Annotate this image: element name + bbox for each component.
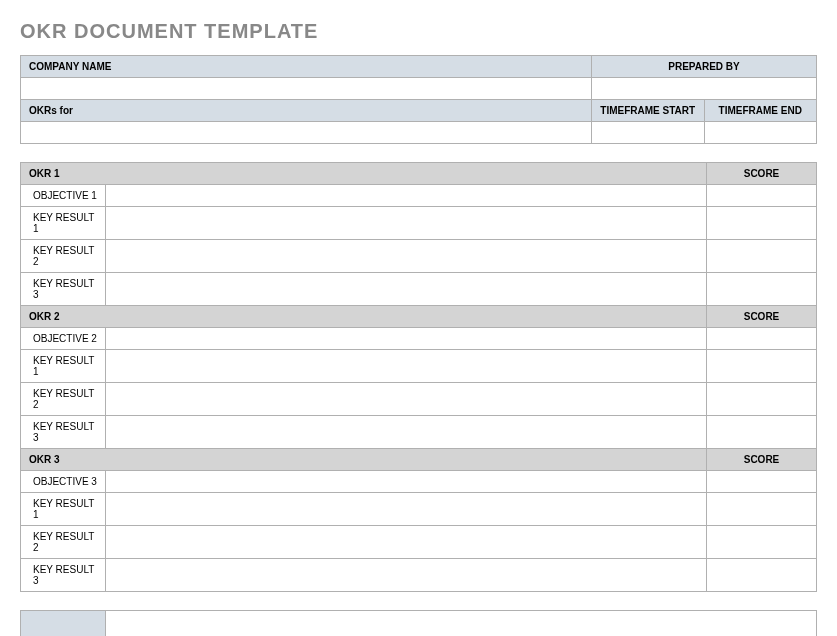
- okr3-objective-input[interactable]: [106, 471, 707, 493]
- okr1-kr3-label: KEY RESULT 3: [21, 273, 106, 306]
- okr2-kr1-score-input[interactable]: [707, 350, 817, 383]
- okr3-kr3-label: KEY RESULT 3: [21, 559, 106, 592]
- okr2-kr3-score-input[interactable]: [707, 416, 817, 449]
- okr3-kr2-input[interactable]: [106, 526, 707, 559]
- okr3-header: OKR 3: [21, 449, 707, 471]
- okr1-kr2-input[interactable]: [106, 240, 707, 273]
- okr3-score-label: SCORE: [707, 449, 817, 471]
- okr1-kr2-score-input[interactable]: [707, 240, 817, 273]
- okr3-kr2-label: KEY RESULT 2: [21, 526, 106, 559]
- okr-table: OKR 1 SCORE OBJECTIVE 1 KEY RESULT 1 KEY…: [20, 162, 817, 592]
- notes-table: ADDITIONAL NOTES: [20, 610, 817, 636]
- timeframe-start-label: TIMEFRAME START: [592, 100, 705, 122]
- okr2-objective-score-input[interactable]: [707, 328, 817, 350]
- prepared-by-label: PREPARED BY: [592, 56, 817, 78]
- company-name-input[interactable]: [21, 78, 592, 100]
- okr1-kr3-score-input[interactable]: [707, 273, 817, 306]
- timeframe-end-label: TIMEFRAME END: [704, 100, 817, 122]
- timeframe-end-input[interactable]: [704, 122, 817, 144]
- okr3-objective-label: OBJECTIVE 3: [21, 471, 106, 493]
- okr2-kr3-label: KEY RESULT 3: [21, 416, 106, 449]
- okr1-kr1-label: KEY RESULT 1: [21, 207, 106, 240]
- okr3-kr1-input[interactable]: [106, 493, 707, 526]
- okr2-kr3-input[interactable]: [106, 416, 707, 449]
- okr1-kr1-input[interactable]: [106, 207, 707, 240]
- okr3-kr1-score-input[interactable]: [707, 493, 817, 526]
- okr2-kr1-input[interactable]: [106, 350, 707, 383]
- okr2-objective-label: OBJECTIVE 2: [21, 328, 106, 350]
- okr1-objective-label: OBJECTIVE 1: [21, 185, 106, 207]
- okr1-kr2-label: KEY RESULT 2: [21, 240, 106, 273]
- okr1-kr3-input[interactable]: [106, 273, 707, 306]
- okr1-score-label: SCORE: [707, 163, 817, 185]
- okr2-objective-input[interactable]: [106, 328, 707, 350]
- okr3-kr2-score-input[interactable]: [707, 526, 817, 559]
- company-name-label: COMPANY NAME: [21, 56, 592, 78]
- additional-notes-input[interactable]: [106, 611, 817, 637]
- okr2-kr1-label: KEY RESULT 1: [21, 350, 106, 383]
- okrs-for-input[interactable]: [21, 122, 592, 144]
- okr1-objective-input[interactable]: [106, 185, 707, 207]
- okr1-objective-score-input[interactable]: [707, 185, 817, 207]
- company-info-table: COMPANY NAME PREPARED BY OKRs for TIMEFR…: [20, 55, 817, 144]
- okr2-score-label: SCORE: [707, 306, 817, 328]
- okr3-kr1-label: KEY RESULT 1: [21, 493, 106, 526]
- page-title: OKR DOCUMENT TEMPLATE: [20, 20, 817, 43]
- timeframe-start-input[interactable]: [592, 122, 705, 144]
- okrs-for-label: OKRs for: [21, 100, 592, 122]
- okr1-header: OKR 1: [21, 163, 707, 185]
- okr1-kr1-score-input[interactable]: [707, 207, 817, 240]
- okr3-kr3-score-input[interactable]: [707, 559, 817, 592]
- prepared-by-input[interactable]: [592, 78, 817, 100]
- okr2-kr2-score-input[interactable]: [707, 383, 817, 416]
- okr3-kr3-input[interactable]: [106, 559, 707, 592]
- okr2-kr2-input[interactable]: [106, 383, 707, 416]
- okr3-objective-score-input[interactable]: [707, 471, 817, 493]
- okr2-header: OKR 2: [21, 306, 707, 328]
- additional-notes-label: ADDITIONAL NOTES: [21, 611, 106, 637]
- okr2-kr2-label: KEY RESULT 2: [21, 383, 106, 416]
